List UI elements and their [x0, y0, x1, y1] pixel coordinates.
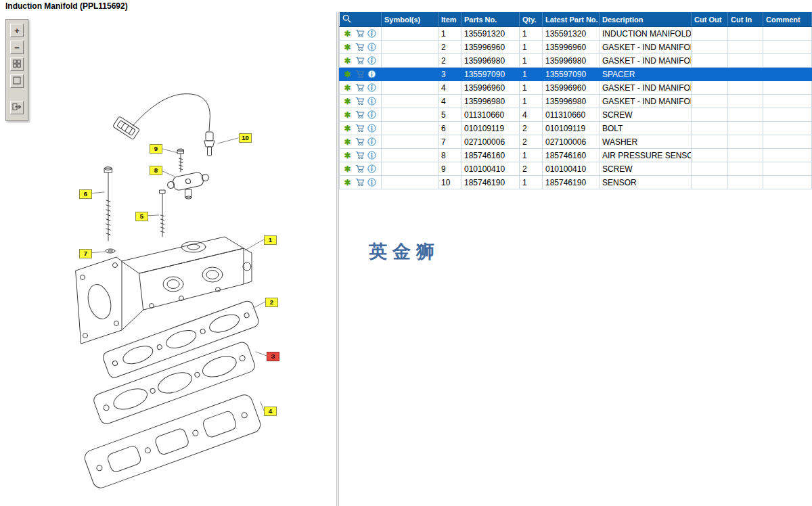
cart-icon[interactable]	[355, 29, 365, 39]
cart-icon[interactable]	[355, 164, 365, 174]
column-header-description[interactable]: Description	[600, 12, 692, 27]
cart-icon[interactable]	[355, 137, 365, 147]
cart-icon[interactable]	[355, 70, 365, 79]
gear-icon[interactable]: ✱	[342, 97, 353, 106]
cell-parts-no: 135591320	[461, 27, 520, 41]
cell-parts-no: 027100006	[461, 135, 520, 149]
cart-icon[interactable]	[355, 43, 365, 52]
gear-icon[interactable]: ✱	[342, 43, 353, 52]
column-header-cut-in[interactable]: Cut In	[728, 12, 763, 27]
cart-icon[interactable]	[355, 151, 365, 160]
cell-qty: 1	[520, 81, 543, 95]
gear-icon[interactable]: ✱	[342, 110, 353, 120]
export-button[interactable]	[10, 101, 24, 114]
table-row[interactable]: ✱90101004102010100410SCREW	[340, 162, 812, 176]
cell-item: 9	[438, 162, 461, 176]
table-row[interactable]: ✱11355913201135591320INDUCTION MANIFOLD	[340, 27, 812, 41]
fit-view-button[interactable]	[10, 74, 24, 88]
gear-icon[interactable]: ✱	[342, 164, 353, 174]
gear-icon[interactable]: ✱	[342, 56, 353, 66]
cell-qty: 1	[520, 27, 543, 41]
cell-actions: ✱	[340, 95, 382, 108]
column-header-cut-out[interactable]: Cut Out	[692, 12, 728, 27]
callout-6[interactable]: 6	[79, 189, 92, 199]
gear-icon[interactable]: ✱	[342, 178, 353, 187]
info-icon[interactable]	[367, 97, 377, 106]
info-icon[interactable]	[367, 151, 377, 160]
info-icon[interactable]	[367, 110, 377, 120]
gear-icon[interactable]: ✱	[342, 70, 353, 79]
info-icon[interactable]	[367, 83, 377, 93]
cell-latest-part-no: 135591320	[543, 27, 600, 41]
cell-item: 10	[438, 176, 461, 189]
callout-9[interactable]: 9	[150, 144, 162, 154]
callout-2[interactable]: 2	[265, 298, 278, 307]
cell-description: BOLT	[600, 122, 692, 135]
info-icon[interactable]	[367, 56, 377, 66]
column-header-comment[interactable]: Comment	[763, 12, 812, 27]
column-header-actions[interactable]	[340, 12, 382, 27]
callout-8[interactable]: 8	[150, 166, 162, 175]
callout-10[interactable]: 10	[239, 133, 252, 143]
cell-cut-out	[692, 149, 728, 162]
table-row[interactable]: ✱21359969801135996980GASKET - IND MANIFO…	[340, 54, 812, 68]
table-row[interactable]: ✱60101091192010109119BOLT	[340, 122, 812, 135]
cart-icon[interactable]	[355, 56, 365, 66]
exploded-diagram	[0, 12, 336, 506]
callout-7[interactable]: 7	[79, 249, 92, 258]
info-icon[interactable]	[367, 29, 377, 39]
cell-symbol	[382, 95, 438, 108]
parts-table-body: ✱11355913201135591320INDUCTION MANIFOLD✱…	[340, 27, 812, 189]
gear-icon[interactable]: ✱	[342, 151, 353, 160]
column-header-item[interactable]: Item	[438, 12, 461, 27]
column-header-latest-part-no[interactable]: Latest Part No.	[543, 12, 600, 27]
cell-item: 3	[438, 68, 461, 81]
table-row[interactable]: ✱41359969601135996960GASKET - IND MANIFO…	[340, 81, 812, 95]
callout-3[interactable]: 3	[267, 352, 279, 361]
table-row[interactable]: ✱101857461901185746190SENSOR	[340, 176, 812, 189]
callout-4[interactable]: 4	[264, 407, 277, 416]
cart-icon[interactable]	[355, 178, 365, 187]
info-icon[interactable]	[367, 178, 377, 187]
cell-latest-part-no: 027100006	[543, 135, 600, 149]
zoom-out-button[interactable]: −	[10, 41, 24, 54]
table-row[interactable]: ✱31355970901135597090SPACER	[340, 68, 812, 81]
cell-latest-part-no: 010100410	[543, 162, 600, 176]
cell-qty: 1	[520, 149, 543, 162]
cell-comment	[763, 81, 812, 95]
cell-cut-out	[692, 41, 728, 54]
gear-icon[interactable]: ✱	[342, 137, 353, 147]
info-icon[interactable]	[367, 70, 377, 79]
cell-comment	[763, 95, 812, 108]
cell-parts-no: 185746190	[461, 176, 520, 189]
gear-icon[interactable]: ✱	[342, 124, 353, 133]
column-header-symbols[interactable]: Symbol(s)	[382, 12, 438, 27]
callout-1[interactable]: 1	[264, 235, 277, 245]
cart-icon[interactable]	[355, 110, 365, 120]
cell-parts-no: 135996960	[461, 41, 520, 54]
column-header-parts-no[interactable]: Parts No.	[461, 12, 520, 27]
cart-icon[interactable]	[355, 83, 365, 93]
info-icon[interactable]	[367, 164, 377, 174]
stud-5-drawing	[160, 190, 165, 237]
info-icon[interactable]	[367, 137, 377, 147]
zoom-in-button[interactable]: +	[10, 24, 24, 37]
table-row[interactable]: ✱50113106604011310660SCREW	[340, 108, 812, 122]
cart-icon[interactable]	[355, 97, 365, 106]
tile-view-button[interactable]	[10, 58, 24, 71]
cell-cut-in	[728, 27, 763, 41]
table-row[interactable]: ✱81857461601185746160AIR PRESSURE SENSOR	[340, 149, 812, 162]
cell-description: AIR PRESSURE SENSOR	[600, 149, 692, 162]
info-icon[interactable]	[367, 43, 377, 52]
gear-icon[interactable]: ✱	[342, 83, 353, 93]
column-header-qty[interactable]: Qty.	[520, 12, 543, 27]
table-row[interactable]: ✱21359969601135996960GASKET - IND MANIFO…	[340, 41, 812, 54]
table-row[interactable]: ✱41359969801135996980GASKET - IND MANIFO…	[340, 95, 812, 108]
table-row[interactable]: ✱70271000062027100006WASHER	[340, 135, 812, 149]
info-icon[interactable]	[367, 124, 377, 133]
cart-icon[interactable]	[355, 124, 365, 133]
cell-symbol	[382, 108, 438, 122]
gear-icon[interactable]: ✱	[342, 29, 353, 39]
callout-5[interactable]: 5	[135, 212, 148, 221]
cell-symbol	[382, 162, 438, 176]
